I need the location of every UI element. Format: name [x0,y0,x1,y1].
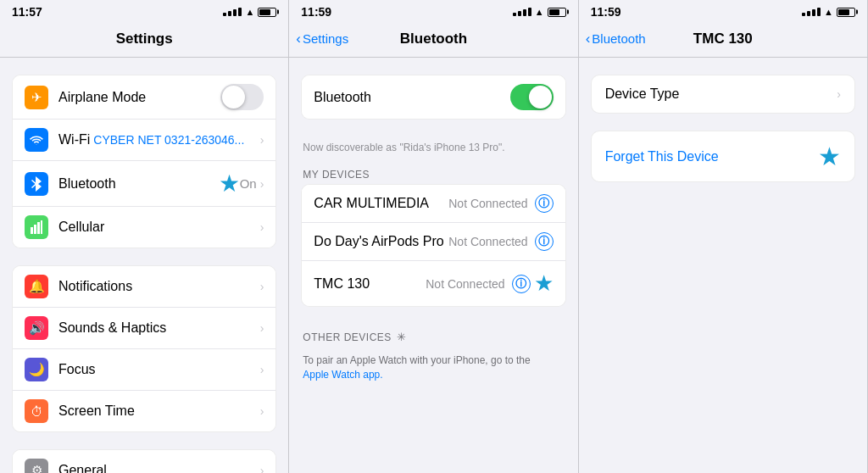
detail-content-area: Device Type › Forget This Device ★ [579,58,867,473]
device-detail-screen: 11:59 ▲ ‹ Bluetooth TMC 130 Device Type [579,0,868,473]
pair-note-container: To pair an Apple Watch with your iPhone,… [289,347,577,386]
battery-fill-2 [549,9,560,15]
airpods-device-name: Do Day's AirPods Pro [314,234,448,249]
airpods-status: Not Connected [448,235,527,248]
nav-bar-bluetooth: ‹ Settings Bluetooth [289,22,577,58]
back-chevron-2: ‹ [586,31,591,46]
bluetooth-settings-icon [25,172,48,196]
forget-device-label: Forget This Device [605,149,719,164]
car-status: Not Connected [448,197,527,210]
sounds-label: Sounds & Haptics [58,320,260,336]
other-devices-label: OTHER DEVICES [303,331,392,343]
device-type-row[interactable]: Device Type › [592,75,854,113]
sounds-icon: 🔊 [25,316,48,340]
bluetooth-toggle[interactable] [510,84,554,110]
signal-dot-2 [228,11,231,16]
other-devices-header-container: OTHER DEVICES ✳ [289,324,577,347]
back-to-bluetooth[interactable]: ‹ Bluetooth [586,31,646,46]
bt-device-car[interactable]: CAR MULTIMEDIA Not Connected ⓘ [302,185,565,223]
forget-star: ★ [818,142,841,171]
cellular-row[interactable]: Cellular › [13,207,275,248]
wifi-ssid: CYBER NET 0321-263046... [93,133,244,147]
airplane-mode-row[interactable]: ✈ Airplane Mode [13,75,275,120]
wifi-label: Wi-Fi [58,132,90,147]
settings-list: ✈ Airplane Mode Wi-Fi CYBER NET 0321-263… [0,58,288,473]
wifi-icon [25,128,48,152]
tmc-star: ★ [534,270,554,297]
wifi-status-icon: ▲ [245,7,254,17]
notifications-chevron: › [260,280,264,293]
bt-toggle-row[interactable]: Bluetooth [302,75,565,119]
battery-fill [259,9,270,15]
screentime-row[interactable]: ⏱ Screen Time › [13,391,275,431]
notifications-icon: 🔔 [25,275,48,298]
signal-icon-2 [513,8,531,16]
svg-rect-2 [37,222,40,234]
status-bar-2: 11:59 ▲ [289,0,577,22]
car-device-name: CAR MULTIMEDIA [314,196,448,211]
settings-screen: 11:57 ▲ Settings ✈ Airplane Mode [0,0,289,473]
time-2: 11:59 [301,5,331,19]
airplane-label: Airplane Mode [58,90,220,105]
car-info-btn[interactable]: ⓘ [535,194,554,213]
bt-device-airpods[interactable]: Do Day's AirPods Pro Not Connected ⓘ [302,223,565,261]
toggle-knob [222,86,245,109]
tmc-device-name: TMC 130 [314,276,426,292]
airplane-icon: ✈ [25,86,48,109]
bluetooth-chevron: › [260,177,264,191]
sounds-row[interactable]: 🔊 Sounds & Haptics › [13,308,275,349]
focus-row[interactable]: 🌙 Focus › [13,349,275,391]
bluetooth-screen: 11:59 ▲ ‹ Settings Bluetooth Bluetooth [289,0,578,473]
tmc-status: Not Connected [426,277,504,291]
airpods-info-btn[interactable]: ⓘ [535,232,554,251]
cellular-label: Cellular [58,220,260,235]
general-row[interactable]: ⚙ General › [13,450,275,473]
svg-rect-0 [31,227,33,234]
signal-icon [223,8,242,16]
device-type-section: Device Type › [591,75,855,114]
signal-icon-3 [802,8,821,16]
bt-toggle-knob [529,86,552,109]
time-1: 11:57 [12,5,42,19]
spinner-icon: ✳ [397,331,406,343]
device-detail-title: TMC 130 [693,31,753,47]
bt-discoverable-text: Now discoverable as "Rida's iPhone 13 Pr… [289,136,577,162]
nav-bar-settings: Settings [0,22,288,58]
status-bar-1: 11:57 ▲ [0,0,288,22]
my-devices-group: CAR MULTIMEDIA Not Connected ⓘ Do Day's … [301,184,565,307]
focus-icon: 🌙 [25,358,48,381]
battery-icon-2 [548,8,566,17]
general-chevron: › [260,464,264,473]
airplane-toggle[interactable] [220,84,264,110]
back-to-settings[interactable]: ‹ Settings [296,31,348,46]
svg-rect-1 [34,225,36,234]
settings-group-2: 🔔 Notifications › 🔊 Sounds & Haptics › 🌙… [12,265,276,432]
screentime-icon: ⏱ [25,399,48,423]
notifications-row[interactable]: 🔔 Notifications › [13,266,275,308]
back-text-2: Bluetooth [592,31,645,46]
status-bar-3: 11:59 ▲ [579,0,867,22]
back-chevron-1: ‹ [296,31,301,46]
my-devices-header: MY DEVICES [289,162,577,184]
focus-label: Focus [58,362,260,377]
bluetooth-row[interactable]: Bluetooth ★ On › [13,161,275,207]
back-text-1: Settings [303,31,348,46]
bt-toggle-label: Bluetooth [314,90,509,105]
wifi-row[interactable]: Wi-Fi CYBER NET 0321-263046... › [13,120,275,161]
bt-device-tmc[interactable]: TMC 130 Not Connected ⓘ ★ [302,261,565,306]
screentime-label: Screen Time [58,403,260,419]
settings-group-3: ⚙ General › 🎛 Control Center › [12,449,276,473]
tmc-info-btn[interactable]: ⓘ [512,275,531,293]
forget-device-row[interactable]: Forget This Device ★ [592,131,854,181]
signal-dot-1 [223,13,226,16]
settings-group-1: ✈ Airplane Mode Wi-Fi CYBER NET 0321-263… [12,75,276,248]
wifi-chevron: › [260,133,264,147]
wifi-status-icon-3: ▲ [824,7,833,17]
notifications-label: Notifications [58,279,260,294]
battery-icon-3 [837,8,855,17]
settings-title: Settings [116,31,173,47]
nav-bar-device-detail: ‹ Bluetooth TMC 130 [579,22,867,58]
wifi-status-icon-2: ▲ [535,7,544,17]
apple-watch-link[interactable]: Apple Watch app. [303,369,382,381]
bluetooth-content: Bluetooth Now discoverable as "Rida's iP… [289,58,577,473]
